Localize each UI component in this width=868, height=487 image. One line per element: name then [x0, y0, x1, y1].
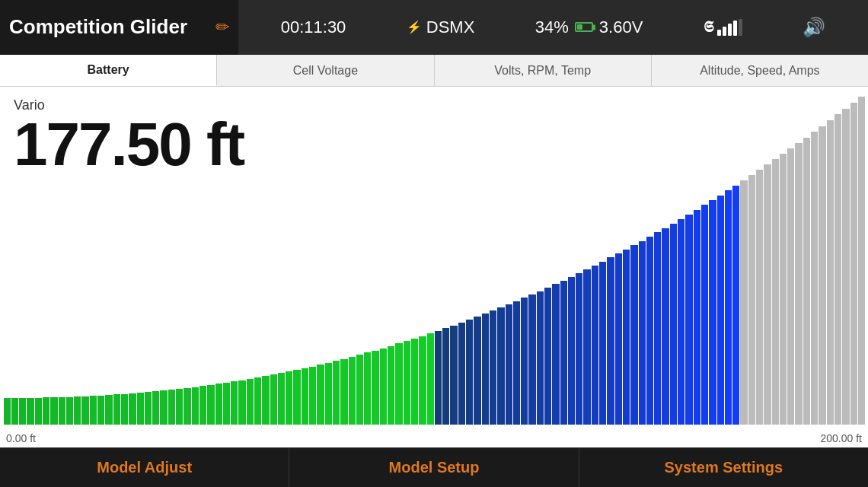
chart-bar [309, 367, 316, 425]
chart-bar [238, 380, 245, 425]
chart-bar [858, 97, 865, 425]
chart-bar [223, 383, 230, 425]
tab-altitude-speed-amps[interactable]: Altitude, Speed, Amps [652, 55, 868, 86]
tab-volts-rpm-temp[interactable]: Volts, RPM, Temp [435, 55, 652, 86]
chart-bar [474, 317, 480, 425]
chart-bar [270, 374, 277, 425]
tabs: Battery Cell Voltage Volts, RPM, Temp Al… [0, 55, 868, 87]
chart-bar [199, 386, 206, 425]
protocol-display: ⚡ DSMX [407, 18, 475, 37]
chart-bar [27, 398, 34, 425]
chart-bar [388, 346, 394, 425]
chart-bar [419, 336, 426, 425]
tab-battery[interactable]: Battery [0, 55, 217, 86]
chart-bar [372, 351, 378, 425]
axis-labels: 0.00 ft 200.00 ft [0, 432, 868, 444]
chart-bar [646, 237, 653, 425]
edit-icon[interactable]: ✏ [215, 18, 229, 37]
chart-bar [592, 266, 598, 425]
chart-bar [74, 396, 81, 425]
chart-bar [450, 326, 457, 425]
chart-bar [427, 333, 434, 425]
chart-bar [404, 341, 410, 425]
chart-bar [293, 370, 300, 425]
system-settings-button[interactable]: System Settings [579, 448, 868, 487]
volume-display[interactable]: 🔊 [803, 17, 825, 38]
chart-bar [623, 250, 630, 425]
chart-bar [513, 301, 520, 425]
chart-bar [262, 376, 269, 425]
chart-bar [395, 343, 402, 425]
chart-bar [66, 397, 73, 425]
chart-bar [756, 170, 763, 425]
chart-bar [528, 294, 535, 425]
chart-bar [435, 331, 442, 425]
chart-bar [842, 109, 849, 425]
chart-bar [521, 298, 528, 425]
chart-bar [4, 398, 11, 425]
chart-bar [90, 396, 97, 425]
signal-bars [717, 19, 742, 36]
chart-bar [81, 396, 88, 425]
chart-bar [725, 190, 732, 425]
chart-bar [231, 381, 238, 425]
chart-bar [694, 210, 700, 425]
chart-bar [795, 143, 802, 425]
chart-bar [113, 394, 120, 425]
chart-bar [490, 310, 496, 425]
chart-bar [772, 159, 779, 425]
chart-bar [11, 398, 18, 425]
battery-display: 34% 3.60V [535, 18, 643, 37]
chart-bar [97, 396, 104, 425]
axis-min: 0.00 ft [6, 432, 36, 444]
chart-bar [442, 328, 449, 425]
chart-bar [340, 359, 347, 425]
chart-bar [685, 215, 692, 425]
chart-bar [349, 357, 356, 425]
chart-bar [59, 397, 65, 425]
chart-bar [145, 392, 152, 425]
chart-bar [560, 281, 567, 425]
chart-bar [35, 398, 42, 425]
chart-bar [630, 245, 637, 425]
chart-bar [732, 186, 739, 425]
chart-bar [176, 389, 183, 425]
chart-bar [278, 373, 285, 425]
chart-bar [811, 132, 818, 425]
chart-bar [537, 291, 544, 425]
chart-bar [850, 103, 857, 425]
chart-area [0, 87, 868, 425]
chart-bar [254, 377, 261, 425]
chart-bar [380, 349, 387, 425]
status-bar: 00:11:30 ⚡ DSMX 34% 3.60V 𝕾 🔊 [238, 0, 868, 55]
chart-bar [152, 391, 159, 425]
chart-bar [183, 388, 190, 425]
chart-bar [129, 393, 136, 425]
chart-bar [121, 394, 128, 425]
footer: Model Adjust Model Setup System Settings [0, 447, 868, 487]
chart-bar [740, 180, 747, 425]
chart-bar [247, 379, 254, 425]
chart-bar [215, 384, 222, 425]
chart-bar [364, 352, 371, 425]
chart-bar [302, 368, 308, 425]
chart-bar [701, 205, 708, 425]
chart-bar [19, 398, 26, 425]
chart-bar [568, 277, 575, 425]
axis-max: 200.00 ft [821, 432, 863, 444]
chart-bar [717, 196, 724, 425]
tab-cell-voltage[interactable]: Cell Voltage [217, 55, 434, 86]
timer-display: 00:11:30 [281, 18, 346, 37]
model-setup-button[interactable]: Model Setup [289, 448, 579, 487]
chart-bar [576, 273, 582, 425]
chart-bar [615, 253, 622, 425]
chart-bar [506, 304, 512, 425]
chart-bar [819, 126, 825, 425]
model-adjust-button[interactable]: Model Adjust [0, 448, 289, 487]
chart-bar [411, 339, 418, 425]
chart-bar [356, 355, 363, 425]
chart-bar [639, 241, 646, 425]
volume-icon: 🔊 [803, 17, 825, 38]
chart-bar [317, 364, 324, 425]
chart-bar [325, 363, 332, 425]
